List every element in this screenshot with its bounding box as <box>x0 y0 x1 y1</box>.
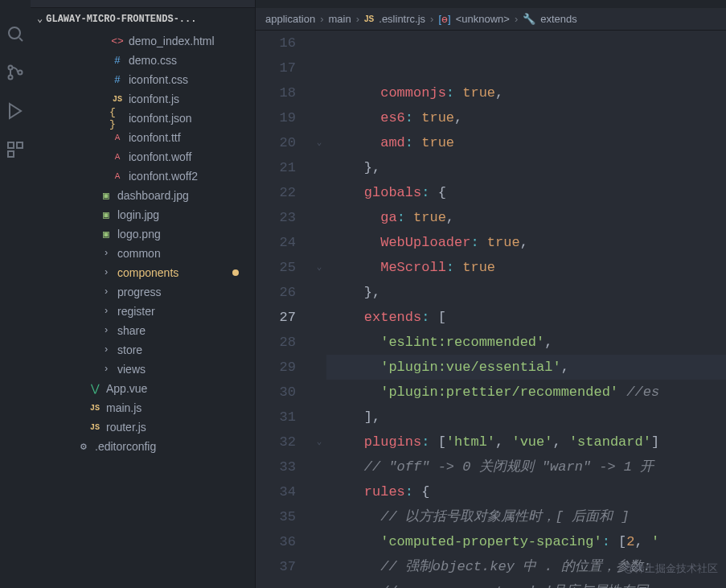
search-icon[interactable] <box>6 24 25 43</box>
tree-item[interactable]: ⋁App.vue <box>31 379 255 398</box>
tree-item[interactable]: #iconfont.css <box>31 70 255 89</box>
tree-item[interactable]: JSmain.js <box>31 398 255 417</box>
code-line[interactable]: 'eslint:recommended', <box>326 330 726 355</box>
svg-rect-6 <box>8 151 14 157</box>
tree-item[interactable]: ›common <box>31 244 255 263</box>
code-line[interactable]: // property, '.'号应与属性在同一 <box>326 579 726 588</box>
breadcrumb-part[interactable]: main <box>329 13 351 25</box>
code-line[interactable]: plugins: ['html', 'vue', 'standard'] <box>326 430 726 454</box>
svg-rect-4 <box>8 142 14 148</box>
tree-item[interactable]: Aiconfont.woff <box>31 147 255 167</box>
tree-item[interactable]: #demo.css <box>31 51 255 70</box>
chevron-right-icon: › <box>515 13 518 25</box>
line-number-gutter: 1617181920212223242526272829303132333435… <box>256 31 312 588</box>
code-line[interactable]: extends: [ <box>326 305 726 330</box>
breadcrumb-part[interactable]: .eslintrc.js <box>379 13 425 25</box>
tree-item[interactable]: JSiconfont.js <box>31 89 255 109</box>
code-line[interactable]: 'plugin:prettier/recommended' //es <box>326 380 726 405</box>
svg-point-1 <box>9 66 13 70</box>
sidebar-project-header[interactable]: ⌄ GLAWAY-MICRO-FRONTENDS-... <box>31 8 255 30</box>
tabs-bar[interactable] <box>256 0 726 8</box>
svg-point-2 <box>9 76 13 80</box>
tree-item[interactable]: Aiconfont.ttf <box>31 128 255 147</box>
code-line[interactable]: 'computed-property-spacing': [2, ' <box>326 529 726 554</box>
code-line[interactable]: MeScroll: true <box>326 255 726 280</box>
tree-item[interactable]: <>demo_index.html <box>31 31 255 51</box>
code-line[interactable]: // "off" -> 0 关闭规则 "warn" -> 1 开 <box>326 454 726 479</box>
tree-item[interactable]: ▣dashboard.jpg <box>31 186 255 205</box>
extensions-icon[interactable] <box>6 140 25 159</box>
chevron-down-icon: ⌄ <box>37 13 43 25</box>
code-line[interactable]: 'plugin:vue/essential', <box>326 355 726 380</box>
tree-item[interactable]: ⚙.editorconfig <box>31 437 255 456</box>
code-editor[interactable]: 1617181920212223242526272829303132333435… <box>256 31 726 588</box>
svg-point-0 <box>9 27 20 39</box>
code-line[interactable]: WebUploader: true, <box>326 230 726 255</box>
tree-item[interactable]: ›share <box>31 321 255 340</box>
tree-item[interactable]: ▣logo.png <box>31 224 255 244</box>
code-content[interactable]: commonjs: true, es6: true, amd: true }, … <box>326 31 726 588</box>
tree-item[interactable]: JSrouter.js <box>31 417 255 437</box>
code-line[interactable]: // 以方括号取对象属性时，[ 后面和 ] <box>326 504 726 529</box>
svg-rect-5 <box>17 142 23 148</box>
code-line[interactable]: }, <box>326 155 726 180</box>
debug-icon[interactable] <box>6 101 25 121</box>
js-file-icon: JS <box>364 14 374 23</box>
code-line[interactable]: }, <box>326 280 726 305</box>
chevron-right-icon: › <box>430 13 433 25</box>
file-tree[interactable]: <>demo_index.html#demo.css#iconfont.cssJ… <box>31 30 255 588</box>
code-line[interactable]: ], <box>326 405 726 430</box>
modified-dot <box>232 269 239 276</box>
tree-item[interactable]: ›progress <box>31 282 255 302</box>
tree-item[interactable]: ›register <box>31 302 255 321</box>
fold-column[interactable]: ⌄⌄⌄ <box>312 31 326 588</box>
breadcrumb-part[interactable]: <unknown> <box>456 13 510 25</box>
editor-group: application › main › JS .eslintrc.js › [… <box>256 0 726 588</box>
tree-item[interactable]: { }iconfont.json <box>31 109 255 128</box>
svg-point-3 <box>18 71 23 75</box>
breadcrumb[interactable]: application › main › JS .eslintrc.js › [… <box>256 8 726 31</box>
code-line[interactable]: ga: true, <box>326 205 726 230</box>
chevron-right-icon: › <box>356 13 359 25</box>
code-line[interactable]: es6: true, <box>326 105 726 130</box>
code-line[interactable]: rules: { <box>326 479 726 504</box>
tree-item[interactable]: ›components <box>31 263 255 282</box>
code-line[interactable]: commonjs: true, <box>326 80 726 105</box>
project-name: GLAWAY-MICRO-FRONTENDS-... <box>46 14 196 25</box>
breadcrumb-part[interactable]: extends <box>540 13 577 25</box>
chevron-right-icon: › <box>320 13 323 25</box>
breadcrumb-part[interactable]: application <box>265 13 315 25</box>
activity-bar <box>0 0 31 588</box>
tree-item[interactable]: ▣login.jpg <box>31 205 255 224</box>
tree-item[interactable]: Aiconfont.woff2 <box>31 167 255 186</box>
sidebar: ⌄ GLAWAY-MICRO-FRONTENDS-... <>demo_inde… <box>31 0 256 588</box>
tree-item[interactable]: ›views <box>31 360 255 379</box>
source-control-icon[interactable] <box>6 63 25 82</box>
code-line[interactable]: globals: { <box>326 180 726 205</box>
symbol-icon: [ɵ] <box>438 13 450 25</box>
tree-item[interactable]: ›store <box>31 340 255 360</box>
code-line[interactable]: // 强制object.key 中 . 的位置，参数: <box>326 554 726 579</box>
wrench-icon: 🔧 <box>523 13 535 25</box>
code-line[interactable]: amd: true <box>326 130 726 155</box>
